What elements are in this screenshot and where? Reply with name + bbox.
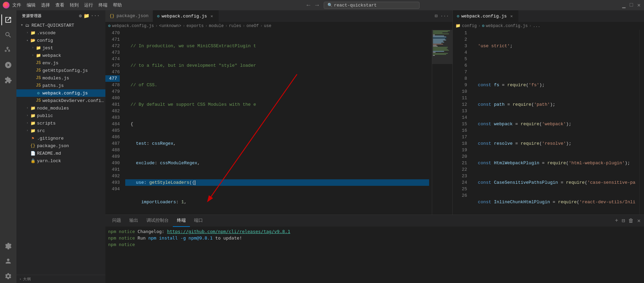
- maximize-button[interactable]: □: [629, 3, 634, 8]
- panel-tab-ports[interactable]: 端口: [190, 215, 207, 227]
- tab-package-json[interactable]: {} package.json: [105, 10, 153, 22]
- sidebar-new-folder-icon[interactable]: 📁: [83, 13, 90, 19]
- code-line-476: exclude: cssModuleRegex,: [125, 160, 429, 166]
- explorer-activity-icon[interactable]: [1, 13, 15, 27]
- sidebar-item-paths[interactable]: JS paths.js: [16, 82, 105, 89]
- tab-bar-1-actions: ⊟ ···: [431, 10, 452, 22]
- sidebar-item-config[interactable]: ▾ 📂 config: [16, 37, 105, 44]
- code-content-2[interactable]: 'use strict'; const fs = require('fs'); …: [470, 30, 639, 215]
- menu-run[interactable]: 运行: [84, 2, 93, 8]
- breadcrumb-use[interactable]: use: [264, 24, 271, 28]
- close-button[interactable]: ✕: [636, 3, 641, 8]
- sidebar-item-src[interactable]: › 📁 src: [16, 127, 105, 134]
- folder-icon-node: 📁: [30, 105, 36, 111]
- breadcrumb-webpack-2[interactable]: ⚙ webpack.config.js: [482, 23, 528, 28]
- sidebar-item-webpackconfig[interactable]: ⚙ webpack.config.js: [16, 89, 105, 97]
- panel-tab-output[interactable]: 输出: [125, 215, 142, 227]
- line-num-9: 9: [453, 82, 467, 88]
- tree-arrow-root: ▼: [19, 23, 25, 28]
- terminal-content[interactable]: npm notice Changelog: https://github.com…: [105, 227, 644, 283]
- line-num-473: 473: [105, 49, 120, 56]
- sidebar-item-modules[interactable]: JS modules.js: [16, 74, 105, 82]
- tree-folder-icon-root: 🗂: [25, 23, 30, 28]
- menu-edit[interactable]: 编辑: [27, 2, 36, 8]
- scrollbar-2[interactable]: [639, 30, 644, 215]
- breadcrumb-config-label: config: [462, 24, 477, 28]
- sidebar-item-scripts[interactable]: › 📁 scripts: [16, 119, 105, 127]
- sidebar-item-yarnlock[interactable]: 🔒 yarn.lock: [16, 157, 105, 165]
- menu-goto[interactable]: 转到: [70, 2, 79, 8]
- line-num-21: 21: [453, 160, 467, 166]
- panel-tab-debug[interactable]: 调试控制台: [142, 215, 173, 227]
- terminal-line-1: npm notice Changelog: https://github.com…: [108, 228, 641, 235]
- split-editor-button[interactable]: ⊟: [434, 12, 438, 20]
- menu-terminal[interactable]: 终端: [99, 2, 107, 8]
- breadcrumb-oneof[interactable]: oneOf: [246, 24, 259, 28]
- line-num-24: 24: [453, 179, 467, 186]
- line-num-493: 493: [105, 179, 120, 186]
- sidebar-item-webpackDevServer[interactable]: JS webpackDevServer.config.js: [16, 97, 105, 104]
- breadcrumb-exports[interactable]: exports: [186, 24, 204, 28]
- panel-tab-problems[interactable]: 问题: [108, 215, 125, 227]
- sidebar-item-node-modules[interactable]: › 📁 node_modules: [16, 104, 105, 112]
- sidebar-item-jest[interactable]: › 📁 jest: [16, 44, 105, 52]
- js-icon-modules: JS: [36, 75, 41, 81]
- tab-close-webpack[interactable]: ✕: [209, 13, 215, 19]
- sidebar-item-getHttpsConfig[interactable]: JS getHttpsConfig.js: [16, 67, 105, 74]
- title-bar-center: 🔍 react-quickstart ← →: [125, 2, 619, 9]
- panel-tab-terminal[interactable]: 终端: [173, 215, 190, 227]
- code-content-1[interactable]: // In production, we use MiniCSSExtractP…: [123, 30, 432, 215]
- breadcrumb-unknown[interactable]: <unknown>: [159, 24, 181, 28]
- breadcrumb-rules[interactable]: rules: [229, 24, 241, 28]
- sidebar-item-packagejson[interactable]: {} package.json: [16, 142, 105, 150]
- search-bar-text[interactable]: react-quickstart: [334, 3, 377, 8]
- settings-activity-icon[interactable]: [1, 269, 15, 283]
- tab-close-webpack-2[interactable]: ✕: [509, 13, 514, 19]
- tab-webpack-config-2[interactable]: ⚙ webpack.config.js ✕: [453, 10, 519, 22]
- account-activity-icon[interactable]: [1, 254, 15, 268]
- new-terminal-button[interactable]: +: [614, 217, 619, 224]
- folder-icon-webpack: 📁: [36, 53, 41, 58]
- sidebar-item-envjs[interactable]: JS env.js: [16, 59, 105, 67]
- sidebar-item-readme[interactable]: 📄 README.md: [16, 150, 105, 157]
- sidebar-new-file-icon[interactable]: ⊕: [79, 13, 82, 19]
- npm-notice-label-3: npm notice: [108, 242, 135, 247]
- line-num-476: 476: [105, 69, 120, 75]
- code-area-1: 470 471 472 473 474 475 476 477 478 479 …: [105, 30, 452, 215]
- js-icon-devserver: JS: [36, 98, 41, 103]
- more-actions-button[interactable]: ···: [440, 13, 450, 20]
- sidebar-more-icon[interactable]: ···: [91, 13, 100, 19]
- delete-terminal-button[interactable]: 🗑: [628, 217, 634, 225]
- changelog-link[interactable]: https://github.com/npm/cli/releases/tag/…: [167, 229, 290, 234]
- line-num-2: 2: [453, 36, 467, 43]
- tree-root[interactable]: ▼ 🗂 REACT-QUICKSTART: [16, 22, 105, 29]
- breadcrumb-config[interactable]: 📁 config: [455, 23, 477, 28]
- sidebar-item-public[interactable]: › 📁 public: [16, 112, 105, 119]
- sidebar-item-webpack[interactable]: › 📁 webpack: [16, 52, 105, 59]
- extensions-activity-icon[interactable]: [1, 73, 15, 87]
- tab-webpack-config[interactable]: ⚙ webpack.config.js ✕: [153, 10, 219, 22]
- minimize-button[interactable]: ▁: [621, 3, 626, 8]
- breadcrumb-module-label: module: [209, 24, 224, 28]
- close-panel-button[interactable]: ✕: [636, 217, 641, 225]
- menu-select[interactable]: 选择: [41, 2, 50, 8]
- split-terminal-button[interactable]: ⊟: [621, 217, 626, 225]
- menu-file[interactable]: 文件: [12, 2, 21, 8]
- sidebar-item-vscode[interactable]: › 📁 .vscode: [16, 29, 105, 37]
- search-activity-icon[interactable]: [1, 28, 15, 42]
- sidebar-item-gitignore[interactable]: ⚑ .gitignore: [16, 134, 105, 142]
- menu-view[interactable]: 查看: [55, 2, 64, 8]
- breadcrumb-module[interactable]: module: [209, 24, 224, 28]
- nav-back[interactable]: ←: [307, 2, 310, 9]
- menu-help[interactable]: 帮助: [113, 2, 122, 8]
- source-control-activity-icon[interactable]: [1, 43, 15, 57]
- breadcrumb-file[interactable]: ⚙ webpack.config.js: [108, 23, 154, 28]
- nav-forward[interactable]: →: [315, 2, 319, 9]
- line-num-491: 491: [105, 166, 120, 173]
- sidebar-outline[interactable]: › 大纲: [16, 275, 105, 283]
- no-arrow-readme: [25, 151, 30, 156]
- run-activity-icon[interactable]: [1, 58, 15, 72]
- no-arrow-package: [25, 143, 30, 149]
- remote-activity-icon[interactable]: [1, 239, 15, 253]
- sidebar-label-getHttpsConfig: getHttpsConfig.js: [42, 68, 88, 73]
